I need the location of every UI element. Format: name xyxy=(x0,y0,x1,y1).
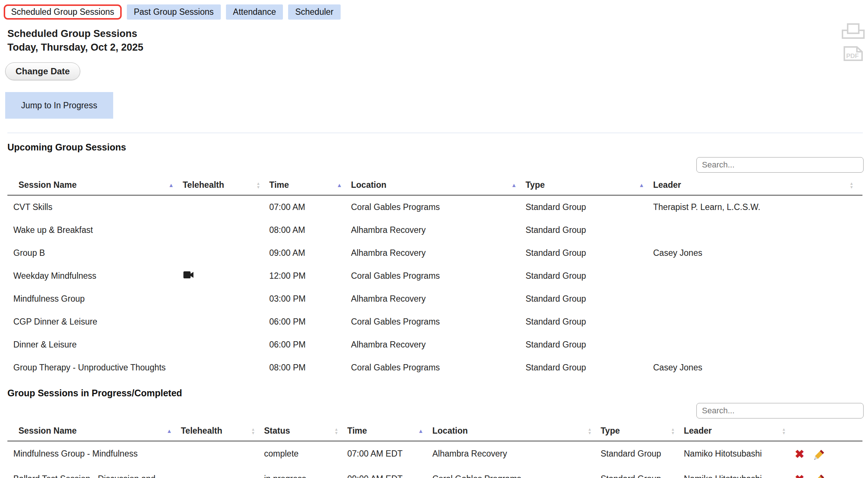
page-title: Scheduled Group Sessions Today, Thursday… xyxy=(7,27,868,54)
column-header-telehealth[interactable]: Telehealth▲▼ xyxy=(183,175,269,195)
tab-scheduler[interactable]: Scheduler xyxy=(288,4,341,20)
cell-leader: Therapist P. Learn, L.C.S.W. xyxy=(653,195,862,218)
cell-leader: Namiko Hitotsubashi xyxy=(684,441,795,466)
cell-time: 06:00 PM xyxy=(269,333,351,356)
jump-to-in-progress-button[interactable]: Jump to In Progress xyxy=(5,92,113,119)
tab-past-group-sessions[interactable]: Past Group Sessions xyxy=(127,4,221,20)
cell-time: 07:00 AM EDT xyxy=(347,441,432,466)
cell-type: Standard Group xyxy=(601,467,684,478)
tab-scheduled-group-sessions[interactable]: Scheduled Group Sessions xyxy=(4,4,122,20)
column-header-name[interactable]: Session Name▲ xyxy=(7,421,181,441)
sort-toggle-icon[interactable]: ▲▼ xyxy=(256,182,260,189)
column-label: Telehealth xyxy=(183,180,224,190)
cell-name: Group Therapy - Unproductive Thoughts xyxy=(7,356,183,379)
cell-actions: ✖ xyxy=(795,441,862,466)
cell-telehealth xyxy=(183,264,269,287)
column-header-location[interactable]: Location▲ xyxy=(351,175,526,195)
sort-ascending-icon[interactable]: ▲ xyxy=(168,182,174,188)
sort-ascending-icon[interactable]: ▲ xyxy=(639,182,644,188)
cell-location: Alhambra Recovery xyxy=(351,241,526,264)
column-header-type[interactable]: Type▲ xyxy=(526,175,653,195)
cell-location: Coral Gables Programs xyxy=(351,310,526,333)
cell-telehealth xyxy=(183,287,269,310)
tab-attendance[interactable]: Attendance xyxy=(226,4,283,20)
sort-toggle-icon[interactable]: ▲▼ xyxy=(588,427,592,435)
page-title-line1: Scheduled Group Sessions xyxy=(7,27,868,41)
cell-status: complete xyxy=(264,441,347,466)
delete-button[interactable]: ✖ xyxy=(795,449,804,460)
column-label: Location xyxy=(432,426,468,436)
sort-toggle-icon[interactable]: ▲▼ xyxy=(251,427,255,435)
cell-type: Standard Group xyxy=(526,310,653,333)
pdf-file-icon[interactable]: PDF xyxy=(843,46,864,61)
upcoming-header-row: Session Name▲Telehealth▲▼Time▲Location▲T… xyxy=(7,175,862,195)
edit-button[interactable] xyxy=(814,449,825,460)
cell-name: Dinner & Leisure xyxy=(7,333,183,356)
section-divider xyxy=(7,133,863,133)
cell-location: Coral Gables Programs xyxy=(351,264,526,287)
export-icons: PDF xyxy=(841,23,865,61)
cell-time: 06:00 PM xyxy=(269,310,351,333)
table-row: Group B09:00 AMAlhambra RecoveryStandard… xyxy=(7,241,862,264)
edit-icon xyxy=(814,449,825,460)
cell-time: 07:00 AM xyxy=(269,195,351,218)
printer-icon[interactable] xyxy=(841,23,865,39)
cell-name: Wake up & Breakfast xyxy=(7,218,183,241)
column-label: Session Name xyxy=(18,180,77,190)
column-header-type[interactable]: Type▲▼ xyxy=(601,421,684,441)
sort-toggle-icon[interactable]: ▲▼ xyxy=(334,427,338,435)
sort-toggle-icon[interactable]: ▲▼ xyxy=(671,427,675,435)
cell-name: Weekday Mindfulness xyxy=(7,264,183,287)
upcoming-sessions-heading: Upcoming Group Sessions xyxy=(7,142,868,153)
cell-leader xyxy=(653,264,862,287)
cell-telehealth xyxy=(183,241,269,264)
table-row: Group Therapy - Unproductive Thoughts08:… xyxy=(7,356,862,379)
cell-time: 08:00 PM xyxy=(269,356,351,379)
cell-name: CVT Skills xyxy=(7,195,183,218)
column-label: Session Name xyxy=(18,426,77,436)
sort-ascending-icon[interactable]: ▲ xyxy=(337,182,342,188)
column-header-status[interactable]: Status▲▼ xyxy=(264,421,347,441)
delete-button[interactable]: ✖ xyxy=(795,474,804,478)
column-header-telehealth[interactable]: Telehealth▲▼ xyxy=(181,421,264,441)
cell-telehealth xyxy=(181,441,264,466)
sort-toggle-icon[interactable]: ▲▼ xyxy=(850,182,854,189)
column-label: Type xyxy=(526,180,545,190)
video-camera-icon xyxy=(183,271,194,279)
sort-ascending-icon[interactable]: ▲ xyxy=(418,428,423,434)
change-date-button[interactable]: Change Date xyxy=(5,62,80,80)
table-row: Weekday Mindfulness12:00 PMCoral Gables … xyxy=(7,264,862,287)
cell-telehealth xyxy=(183,356,269,379)
cell-leader xyxy=(653,310,862,333)
column-header-time[interactable]: Time▲ xyxy=(269,175,351,195)
column-header-leader[interactable]: Leader▲▼ xyxy=(653,175,862,195)
sort-toggle-icon[interactable]: ▲▼ xyxy=(782,427,786,435)
completed-search-input[interactable] xyxy=(696,403,864,418)
column-label: Location xyxy=(351,180,386,190)
cell-time: 09:00 AM xyxy=(269,241,351,264)
sort-ascending-icon[interactable]: ▲ xyxy=(511,182,517,188)
cell-location: Coral Gables Programs xyxy=(351,195,526,218)
cell-name: CGP Dinner & Leisure xyxy=(7,310,183,333)
sort-ascending-icon[interactable]: ▲ xyxy=(166,428,172,434)
column-header-location[interactable]: Location▲▼ xyxy=(432,421,601,441)
column-header-name[interactable]: Session Name▲ xyxy=(7,175,183,195)
column-label: Type xyxy=(601,426,620,436)
column-header-time[interactable]: Time▲ xyxy=(347,421,432,441)
cell-location: Coral Gables Programs xyxy=(351,356,526,379)
cell-type: Standard Group xyxy=(526,264,653,287)
cell-type: Standard Group xyxy=(526,195,653,218)
cell-location: Coral Gables Programs xyxy=(432,467,601,478)
cell-leader: Namiko Hitotsubashi xyxy=(684,467,795,478)
edit-button[interactable] xyxy=(814,474,825,478)
upcoming-search-input[interactable] xyxy=(696,157,864,173)
cell-telehealth xyxy=(181,467,264,478)
cell-type: Standard Group xyxy=(601,441,684,466)
column-header-leader[interactable]: Leader▲▼ xyxy=(684,421,795,441)
cell-name: Ballard Test Session - Discussion and fo… xyxy=(7,467,181,478)
edit-icon xyxy=(814,474,825,478)
cell-time: 08:00 AM xyxy=(269,218,351,241)
table-row: CVT Skills07:00 AMCoral Gables ProgramsS… xyxy=(7,195,862,218)
table-row: Wake up & Breakfast08:00 AMAlhambra Reco… xyxy=(7,218,862,241)
cell-type: Standard Group xyxy=(526,218,653,241)
